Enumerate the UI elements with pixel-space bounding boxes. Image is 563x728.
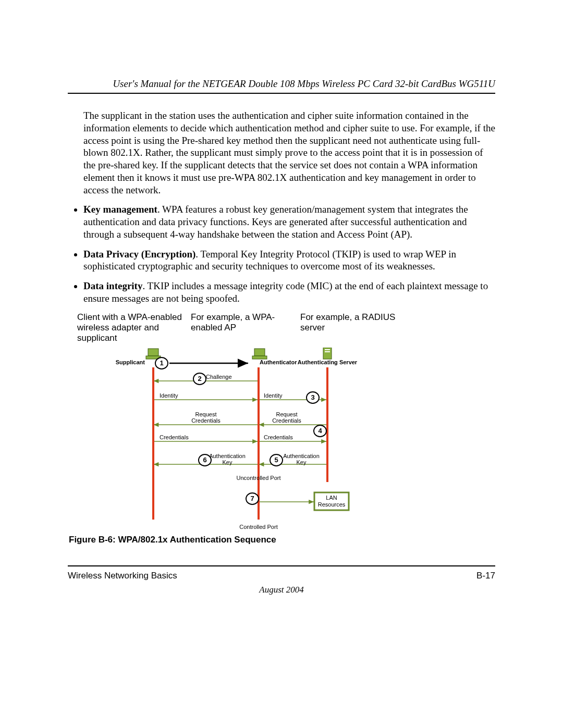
step-bubble-3: 3: [307, 392, 319, 403]
label-authkey-l1: Authentication: [209, 453, 246, 459]
label-reqcred-l2: Credentials: [191, 417, 221, 424]
label-identity-l: Identity: [160, 392, 178, 399]
label-uncontrolled-port: Uncontrolled Port: [237, 475, 281, 481]
step-bubble-7: 7: [246, 493, 259, 504]
footer-date: August 2004: [0, 585, 563, 595]
bullet-list: Key management. WPA features a robust ke…: [73, 203, 495, 304]
authserver-device-icon: [323, 348, 332, 359]
bullet-data-integrity: Data integrity. TKIP includes a message …: [83, 280, 495, 305]
bullet-title: Data integrity: [83, 280, 142, 291]
actor-label-supplicant: Supplicant: [116, 359, 145, 365]
step-bubble-1: 1: [155, 357, 168, 369]
figure-diagram: Supplicant Authenticator Authenticating …: [68, 348, 495, 533]
label-identity-r: Identity: [264, 392, 283, 399]
label-reqcred-r1: Request: [276, 411, 298, 417]
svg-text:5: 5: [274, 456, 278, 464]
step-bubble-2: 2: [193, 373, 206, 385]
step-bubble-5: 5: [270, 454, 283, 466]
svg-text:6: 6: [203, 456, 206, 464]
actor-label-authenticator: Authenticator: [260, 359, 297, 365]
step-bubble-4: 4: [314, 425, 326, 437]
bullet-title: Key management: [83, 204, 157, 215]
lan-resources-box: LAN Resources: [314, 492, 349, 510]
svg-text:2: 2: [198, 375, 201, 382]
bullet-key-management: Key management. WPA features a robust ke…: [83, 203, 495, 240]
page-header-title: User's Manual for the NETGEAR Double 108…: [68, 78, 495, 94]
bullet-title: Data Privacy (Encryption): [83, 249, 195, 260]
svg-rect-5: [325, 349, 330, 350]
label-authkey-l2: Key: [223, 459, 232, 465]
svg-text:3: 3: [311, 393, 314, 401]
label-cred-r: Credentials: [264, 434, 293, 440]
label-reqcred-l1: Request: [195, 411, 217, 417]
document-page: User's Manual for the NETGEAR Double 108…: [0, 0, 563, 728]
step-bubble-6: 6: [199, 454, 211, 466]
page-footer: Wireless Networking Basics B-17: [68, 565, 495, 581]
footer-page-number: B-17: [476, 571, 495, 581]
label-reqcred-r2: Credentials: [272, 417, 301, 424]
svg-text:4: 4: [318, 427, 322, 435]
figure-top-labels: Client with a WPA-enabled wireless adapt…: [68, 312, 495, 343]
svg-rect-6: [325, 351, 330, 352]
label-cred-l: Credentials: [160, 434, 189, 440]
body-text: The supplicant in the station uses the a…: [68, 109, 495, 305]
authenticator-device-icon: [252, 349, 267, 359]
label-controlled-port: Controlled Port: [239, 524, 277, 530]
svg-text:LAN: LAN: [326, 495, 337, 501]
intro-paragraph: The supplicant in the station uses the a…: [83, 109, 495, 196]
label-challenge: Challenge: [206, 374, 232, 380]
label-authkey-r2: Key: [297, 459, 307, 465]
label-authkey-r1: Authentication: [283, 453, 320, 459]
svg-text:Resources: Resources: [318, 501, 346, 508]
supplicant-device-icon: [146, 349, 161, 359]
actor-label-authserver: Authenticating Server: [298, 359, 358, 365]
svg-text:1: 1: [160, 359, 163, 367]
svg-text:7: 7: [250, 495, 254, 502]
figure-label-radius: For example, a RADIUS server: [300, 312, 405, 343]
svg-rect-0: [148, 349, 158, 356]
bullet-data-privacy: Data Privacy (Encryption). Temporal Key …: [83, 248, 495, 273]
figure-label-supplicant: Client with a WPA-enabled wireless adapt…: [77, 312, 191, 343]
figure-caption: Figure B-6: WPA/802.1x Authentication Se…: [69, 535, 495, 545]
bullet-text: . TKIP includes a message integrity code…: [83, 280, 488, 304]
footer-left: Wireless Networking Basics: [68, 571, 177, 581]
figure-label-ap: For example, a WPA-enabled AP: [191, 312, 300, 343]
svg-rect-2: [254, 349, 265, 356]
